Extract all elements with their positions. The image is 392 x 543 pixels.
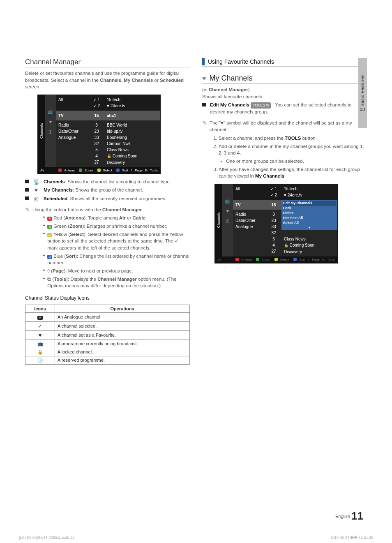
broadcast-icon: 📺: [25, 340, 55, 348]
tools-badge: TOOLS⧉: [251, 102, 271, 109]
cb3-lbl: Blue: [53, 254, 63, 259]
cb0-d: : Toggle among: [85, 215, 119, 220]
cb0-b: Antenna: [65, 215, 84, 220]
tools-icon: ⧉: [266, 103, 269, 108]
cb-green: •BGreen (Zoom): Enlarges or shrinks a ch…: [43, 223, 190, 230]
cb0-b2: Air: [119, 215, 126, 220]
fig2-side-label: Channels: [215, 184, 222, 256]
lead-b2: Scheduled: [160, 78, 184, 83]
fig1-c0: BBC World: [107, 122, 158, 128]
cb5-b2: Channel Manager: [97, 277, 137, 282]
fig2-n0: 3: [266, 211, 281, 217]
st5: A reserved programme.: [55, 356, 190, 364]
left-column: Channel Manager Delete or set favourites…: [25, 58, 190, 365]
cb5-d: : Displays the: [68, 277, 97, 282]
cb1-d: : Enlarges or shrinks a channel number.: [84, 224, 167, 229]
step-2: Add or delete a channel in the my channe…: [219, 143, 367, 165]
st0: An Analogue channel.: [55, 312, 190, 321]
fig1-c5: Coming Soon: [107, 153, 158, 159]
fig2-n5: 4: [266, 242, 281, 248]
fig2-icon-col: 📺 ◎: [222, 184, 233, 256]
fig2-hi-tv: TV: [233, 200, 266, 210]
fig1-side-label: Channels: [38, 95, 45, 167]
fig2-all: All: [233, 184, 266, 200]
pp0[interactable]: Edit My Channels: [283, 201, 336, 206]
my-channels-heading: My Channels: [202, 74, 367, 84]
meta-right: 2010-09-27 �� 10:31:39: [330, 536, 373, 540]
heart-icon: [202, 75, 206, 82]
tv-set-icon: 📺: [225, 198, 231, 203]
step2-sub: One or more groups can be selected.: [226, 158, 367, 165]
cb1-lbl: Green: [53, 224, 67, 229]
cb5-b: Tools: [54, 277, 66, 282]
fig1-la1: Data/Other: [58, 128, 86, 134]
analogue-icon: A: [37, 316, 42, 320]
pp4[interactable]: Select All: [283, 221, 336, 226]
clock-icon: 🕓: [25, 356, 55, 364]
heart-icon: ♥: [25, 330, 55, 340]
fig1-air: Air: [40, 169, 44, 172]
fig1-all: All: [56, 95, 89, 111]
fb-a: Antena: [64, 169, 74, 172]
fig2-chk2: ✓ 2: [266, 192, 281, 198]
fig1-n4: 5: [89, 147, 104, 153]
fig1-n6: 27: [89, 159, 104, 165]
page-num: 11: [351, 510, 363, 522]
fig2-la1: Data/Other: [235, 217, 263, 224]
fig1-hi-name: abc1: [104, 111, 160, 120]
in-line: (in Channel Manager): [202, 86, 367, 93]
s2sub: One or more groups can be selected.: [226, 159, 304, 164]
in1: (in: [202, 87, 209, 92]
fig1-c1: bid-up.tv: [107, 128, 158, 134]
fig1-r2-txt: 24ore.tv: [111, 104, 125, 108]
st3: A programme currently being broadcast.: [55, 340, 190, 348]
pp3[interactable]: Deselect All: [283, 216, 336, 221]
fig2-c4: Class News: [284, 236, 335, 242]
channel-manager-desc: Delete or set favourites channels and us…: [25, 70, 190, 90]
fig2-n2: 33: [266, 224, 281, 230]
legend-scheduled: ◎ Scheduled: Shows all the currently res…: [25, 195, 190, 202]
st2: A channel set as a Favourite.: [55, 330, 190, 340]
satellite-icon: 📡: [33, 178, 39, 185]
fig2-n1: 23: [266, 217, 281, 224]
cb4-b: Page: [53, 268, 64, 273]
chevron-down-icon: ▼: [283, 226, 336, 230]
pp2[interactable]: Delete: [283, 211, 336, 216]
fig2-n6: 27: [266, 248, 281, 254]
meta-left: [LC450-XH]BN68-02591L.indb 11: [19, 536, 74, 540]
fig2-c5t: Coming Soon: [290, 243, 315, 247]
target-icon: ◎: [33, 195, 39, 202]
section-tab: 03 Basic Features: [358, 58, 367, 128]
fb-f: Tools: [150, 169, 158, 172]
cb2-b: Select: [70, 232, 84, 237]
heart-icon: [226, 208, 229, 213]
table-row: 🕓A reserved programme.: [25, 356, 190, 364]
fig1-hi-tv: TV: [56, 111, 89, 120]
leg1-lbl: My Channels: [44, 187, 73, 192]
shows-line: Shows all favourite channels.: [202, 93, 367, 100]
cb1-b: Zoom: [69, 224, 82, 229]
note-txt: Using the colour buttons with the: [32, 207, 102, 212]
fig1-r1: 1futech: [107, 97, 158, 103]
clock-icon: ◎: [226, 218, 230, 224]
cb0-b3: Cable: [132, 215, 145, 220]
status-table: IconsOperations AAn Analogue channel. ✓A…: [25, 305, 190, 365]
cb-red: •ARed (Antenna): Toggle among Air or Cab…: [43, 215, 190, 222]
st-h0: Icons: [25, 305, 55, 312]
in3: ): [248, 87, 250, 92]
heart-icon: [221, 120, 224, 125]
note-icon: ✎: [25, 206, 30, 213]
st-h1: Operations: [55, 305, 190, 312]
clock-icon: ◎: [48, 129, 53, 134]
fig2-la2: Analogue: [235, 224, 263, 230]
fb-e: Page: [135, 169, 143, 172]
cb0-e: .: [145, 215, 147, 220]
heart-icon: [49, 119, 52, 124]
fig2-hi-num: 15: [266, 200, 281, 210]
table-row: ♥A channel set as a Favourite.: [25, 330, 190, 340]
n2a: The ": [210, 120, 221, 125]
pp1[interactable]: Lock: [283, 206, 336, 211]
heart-icon-sm: [284, 193, 286, 197]
cb4-d: : Move to next or previous page.: [65, 268, 133, 273]
fig2-r2: 24ore.tv: [284, 192, 335, 198]
